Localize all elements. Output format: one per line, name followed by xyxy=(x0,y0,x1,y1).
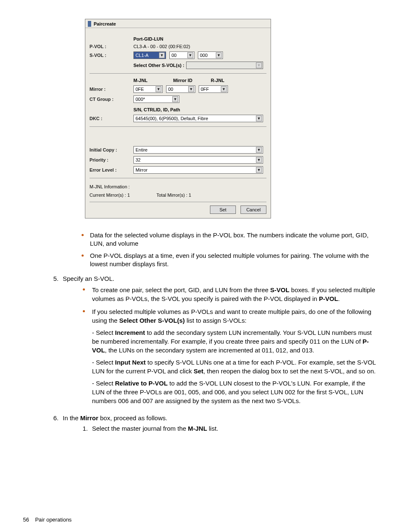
mjnl-header: M-JNL xyxy=(133,78,173,83)
initialcopy-label: Initial Copy : xyxy=(90,147,133,152)
select-other-svol-label: Select Other S-VOL(s) : xyxy=(133,63,184,68)
port-gid-lun-header: Port-GID-LUN xyxy=(133,36,164,41)
page-number: 56 xyxy=(23,517,29,523)
page-footer: 56 Pair operations xyxy=(23,517,72,523)
steps-list: 5. Specify an S-VOL. To create one pair,… xyxy=(23,274,376,439)
chevron-down-icon: ▼ xyxy=(256,62,262,68)
dialog-title-text: Paircreate xyxy=(94,21,116,26)
step-5: 5. Specify an S-VOL. To create one pair,… xyxy=(23,274,376,414)
chevron-down-icon: ▼ xyxy=(256,167,262,173)
paircreate-dialog: Paircreate Port-GID-LUN P-VOL : CL3-A - … xyxy=(85,19,271,218)
pvol-label: P-VOL : xyxy=(90,44,133,49)
errorlevel-label: Error Level : xyxy=(90,167,133,172)
dialog-titlebar: Paircreate xyxy=(85,19,271,28)
dkc-dropdown[interactable]: 64545(00), 6(P9500), Default, Fibre ▼ xyxy=(133,115,263,122)
chevron-down-icon: ▼ xyxy=(159,52,165,58)
set-button[interactable]: Set xyxy=(210,206,236,214)
sn-ctrlid-header: S/N, CTRLID, ID, Path xyxy=(133,107,180,112)
list-item: If you selected multiple volumes as P-VO… xyxy=(63,307,376,409)
pvol-value: CL3-A - 00 - 002 (00:FE:02) xyxy=(133,44,190,49)
mirrorid-header: Mirror ID xyxy=(173,78,211,83)
ctgroup-label: CT Group : xyxy=(90,97,133,102)
rjnl-header: R-JNL xyxy=(211,78,248,83)
ctgroup-dropdown[interactable]: 000* ▼ xyxy=(133,95,179,103)
svol-gid-dropdown[interactable]: 00 ▼ xyxy=(169,51,194,59)
chevron-down-icon: ▼ xyxy=(187,52,193,58)
priority-dropdown[interactable]: 32 ▼ xyxy=(133,156,263,164)
list-item: To create one pair, select the port, GID… xyxy=(63,285,376,307)
step-6: 6. In the Mirror box, proceed as follows… xyxy=(23,414,376,439)
chevron-down-icon: ▼ xyxy=(256,147,262,153)
chevron-down-icon: ▼ xyxy=(221,86,227,92)
initialcopy-dropdown[interactable]: Entire ▼ xyxy=(133,146,263,154)
total-mirrors: Total Mirror(s) : 1 xyxy=(156,193,191,198)
footer-title: Pair operations xyxy=(35,517,72,523)
priority-label: Priority : xyxy=(90,157,133,162)
chevron-down-icon: ▼ xyxy=(256,157,262,163)
svol-label: S-VOL : xyxy=(90,53,133,58)
mirror-mjnl-dropdown[interactable]: 0FE ▼ xyxy=(133,85,163,93)
mirror-label: Mirror : xyxy=(90,87,133,92)
svol-port-dropdown[interactable]: CL1-A ▼ xyxy=(133,51,166,59)
select-other-svol-dropdown[interactable]: ▼ xyxy=(186,62,263,69)
info-bullet-list: Data for the selected volume displays in… xyxy=(77,231,376,272)
chevron-down-icon: ▼ xyxy=(172,96,178,102)
title-accent xyxy=(88,21,91,27)
current-mirrors: Current Mirror(s) : 1 xyxy=(90,193,156,198)
svol-lun-dropdown[interactable]: 000 ▼ xyxy=(198,51,223,59)
mirror-id-dropdown[interactable]: 00 ▼ xyxy=(166,85,195,93)
chevron-down-icon: ▼ xyxy=(156,86,161,92)
errorlevel-dropdown[interactable]: Mirror ▼ xyxy=(133,166,263,174)
mjnl-info-label: M-JNL Information : xyxy=(90,184,266,189)
mirror-rjnl-dropdown[interactable]: 0FF ▼ xyxy=(199,85,228,93)
inner-step-1: 1. Select the master journal from the M-… xyxy=(63,424,376,435)
dkc-label: DKC : xyxy=(90,116,133,121)
chevron-down-icon: ▼ xyxy=(256,116,262,121)
cancel-button[interactable]: Cancel xyxy=(240,206,266,214)
list-item: One P-VOL displays at a time, even if yo… xyxy=(77,252,376,272)
chevron-down-icon: ▼ xyxy=(188,86,194,92)
list-item: Data for the selected volume displays in… xyxy=(77,231,376,252)
chevron-down-icon: ▼ xyxy=(216,52,222,58)
